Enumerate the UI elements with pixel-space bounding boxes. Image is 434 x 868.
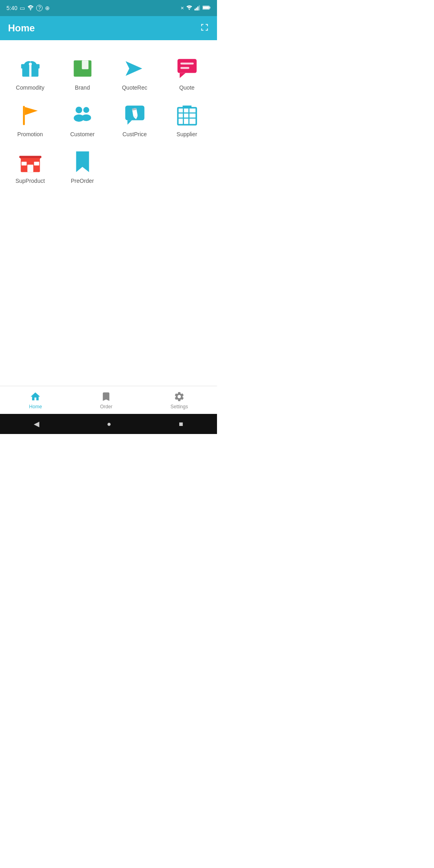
promotion-icon (18, 103, 42, 127)
commodity-icon (18, 56, 42, 80)
quoterec-icon (123, 56, 147, 80)
svg-rect-38 (182, 105, 191, 108)
svg-rect-8 (203, 6, 209, 9)
signal-icon (194, 5, 200, 12)
promotion-label: Promotion (17, 131, 43, 137)
android-nav-bar: ◀ ● ■ (0, 414, 217, 434)
app-bar: Home (0, 16, 217, 40)
svg-marker-44 (76, 151, 89, 172)
grid-item-quoterec[interactable]: QuoteRec (108, 56, 161, 91)
grid-item-promotion[interactable]: Promotion (4, 103, 56, 137)
custprice-label: CustPrice (123, 131, 147, 137)
svg-rect-2 (194, 8, 196, 10)
grid-item-supplier[interactable]: Supplier (161, 103, 213, 137)
svg-rect-11 (29, 64, 31, 76)
svg-rect-20 (180, 62, 194, 64)
fullscreen-icon[interactable] (200, 23, 209, 34)
svg-marker-23 (25, 107, 37, 115)
svg-marker-17 (125, 61, 142, 76)
supplier-icon (175, 103, 199, 127)
question-icon: ? (36, 5, 43, 11)
brand-label: Brand (75, 84, 90, 91)
main-content: Commodity Brand QuoteRec (0, 40, 217, 200)
quote-label: Quote (179, 84, 194, 91)
svg-rect-4 (197, 6, 199, 10)
bottom-nav: Home Order Settings (0, 386, 217, 414)
svg-rect-7 (209, 7, 210, 8)
nav-order-label: Order (100, 404, 113, 409)
nav-order[interactable]: Order (100, 391, 113, 409)
supproduct-label: SupProduct (15, 178, 45, 184)
nav-home[interactable]: Home (29, 391, 42, 409)
svg-rect-33 (178, 108, 196, 125)
empty-cell-1 (108, 149, 161, 184)
brand-icon (70, 56, 94, 80)
at-icon: ⊕ (45, 5, 50, 11)
app-grid: Commodity Brand QuoteRec (0, 48, 217, 192)
preorder-icon (70, 149, 94, 174)
commodity-label: Commodity (16, 84, 45, 91)
svg-rect-41 (21, 162, 27, 165)
empty-cell-2 (161, 149, 213, 184)
wifi-x-icon: ✕ (180, 6, 184, 11)
svg-point-1 (189, 9, 190, 10)
custprice-icon (123, 103, 147, 127)
page-title: Home (8, 23, 35, 34)
grid-item-supproduct[interactable]: SupProduct (4, 149, 56, 184)
preorder-label: PreOrder (71, 178, 94, 184)
grid-item-preorder[interactable]: PreOrder (56, 149, 108, 184)
svg-point-14 (29, 62, 31, 65)
wifi-icon (27, 5, 34, 12)
battery-icon (203, 5, 211, 11)
svg-point-24 (76, 106, 82, 113)
svg-rect-42 (34, 162, 39, 165)
svg-rect-40 (27, 164, 33, 172)
status-right: ✕ (180, 5, 211, 12)
svg-point-26 (83, 107, 89, 113)
quoterec-label: QuoteRec (122, 84, 147, 91)
grid-item-customer[interactable]: Customer (56, 103, 108, 137)
wifi2-icon (186, 5, 192, 11)
time-display: 5:40 (6, 5, 17, 11)
svg-rect-21 (180, 67, 189, 69)
svg-rect-18 (177, 59, 197, 73)
grid-item-brand[interactable]: Brand (56, 56, 108, 91)
grid-item-commodity[interactable]: Commodity (4, 56, 56, 91)
svg-marker-19 (180, 73, 186, 78)
recents-button[interactable]: ■ (179, 420, 183, 428)
status-bar: 5:40 ▭ ? ⊕ ✕ (0, 0, 217, 16)
home-button[interactable]: ● (107, 420, 111, 428)
supproduct-icon (18, 149, 42, 174)
customer-label: Customer (70, 131, 95, 137)
status-left: 5:40 ▭ ? ⊕ (6, 5, 50, 12)
svg-rect-22 (23, 106, 25, 125)
customer-icon (70, 103, 94, 127)
svg-point-0 (30, 9, 31, 10)
quote-icon (175, 56, 199, 80)
supplier-label: Supplier (176, 131, 197, 137)
svg-point-27 (81, 114, 91, 121)
svg-rect-3 (196, 8, 197, 10)
svg-rect-43 (19, 156, 41, 158)
sim-icon: ▭ (20, 5, 25, 11)
nav-settings[interactable]: Settings (170, 391, 188, 409)
svg-rect-5 (199, 5, 200, 10)
nav-home-label: Home (29, 404, 42, 409)
back-button[interactable]: ◀ (34, 420, 39, 428)
grid-item-custprice[interactable]: CustPrice (108, 103, 161, 137)
svg-marker-29 (127, 120, 132, 125)
svg-rect-16 (82, 60, 88, 69)
nav-settings-label: Settings (170, 404, 188, 409)
grid-item-quote[interactable]: Quote (161, 56, 213, 91)
